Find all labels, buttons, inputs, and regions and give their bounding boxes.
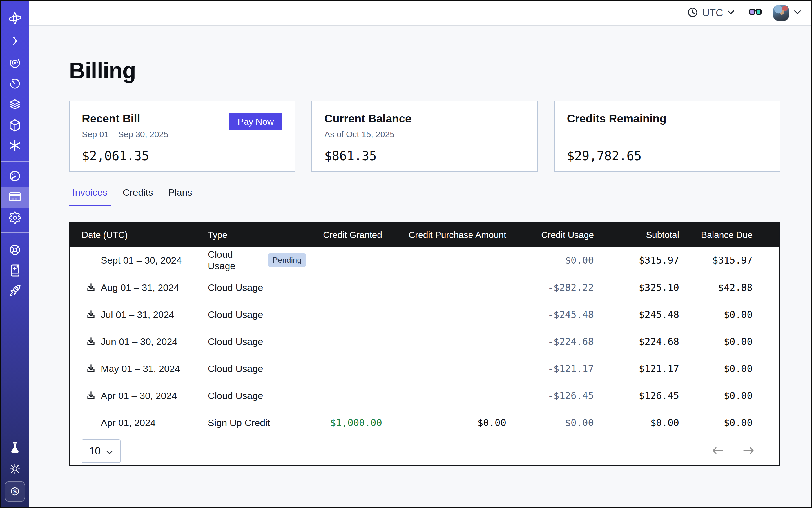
download-placeholder xyxy=(86,417,96,428)
credit-usage-value: -$245.48 xyxy=(506,309,594,321)
invoice-period: May 01 – 31, 2024 xyxy=(101,363,180,375)
download-icon xyxy=(86,309,96,320)
wheel-icon xyxy=(8,243,22,258)
balance-due-value: $42.88 xyxy=(679,282,779,293)
page-size-value: 10 xyxy=(89,445,100,457)
page-size-select[interactable]: 10 xyxy=(82,439,121,463)
invoice-period: Jun 01 – 30, 2024 xyxy=(101,336,177,347)
invoice-row: Aug 01 – 31, 2024Cloud Usage-$282.22$325… xyxy=(70,274,779,301)
invoice-type-cell: Sign Up Credit xyxy=(208,417,306,429)
invoice-period: Apr 01, 2024 xyxy=(101,417,156,429)
main-area: UTC Billing Recent Bill xyxy=(29,1,812,507)
tab-invoices[interactable]: Invoices xyxy=(69,187,111,206)
invoice-row: Jul 01 – 31, 2024Cloud Usage-$245.48$245… xyxy=(70,301,779,328)
sidebar-item-timer[interactable] xyxy=(1,74,29,95)
credits-remaining-card: Credits Remaining $29,782.65 xyxy=(554,100,780,172)
subtotal-value: $0.00 xyxy=(594,417,679,429)
balance-due-value: $315.97 xyxy=(679,255,779,266)
sidebar-item-support[interactable] xyxy=(1,240,29,261)
chevron-down-icon xyxy=(727,10,735,16)
gear-icon xyxy=(8,210,22,226)
invoice-row: Sept 01 – 30, 2024Cloud UsagePending$0.0… xyxy=(70,247,779,274)
layers-icon xyxy=(8,97,22,113)
column-header-date-utc: Date (UTC) xyxy=(70,229,208,240)
pager xyxy=(711,446,755,456)
sidebar-item-labs[interactable] xyxy=(1,438,29,459)
sidebar-item-layers[interactable] xyxy=(1,95,29,116)
column-header-credit-granted: Credit Granted xyxy=(306,229,382,240)
sidebar-item-docs[interactable] xyxy=(1,260,29,281)
download-invoice-button[interactable] xyxy=(86,336,96,347)
current-balance-card: Current Balance As of Oct 15, 2025 $861.… xyxy=(311,100,538,172)
goggles-icon xyxy=(749,7,762,18)
sidebar-divider xyxy=(1,232,29,233)
clock-icon xyxy=(687,7,698,19)
invoice-type-cell: Cloud Usage xyxy=(208,390,306,401)
credit-usage-value: -$121.17 xyxy=(506,363,594,375)
download-icon xyxy=(86,364,96,374)
chevron-down-icon xyxy=(106,445,113,457)
download-invoice-button[interactable] xyxy=(86,363,96,374)
download-invoice-button[interactable] xyxy=(86,309,96,320)
recent-bill-card: Recent Bill Sep 01 – Sep 30, 2025 $2,061… xyxy=(69,100,295,172)
subtotal-value: $315.97 xyxy=(594,255,679,266)
invoice-type-cell: Cloud Usage xyxy=(208,309,306,321)
balance-due-value: $0.00 xyxy=(679,390,779,401)
invoice-period: Aug 01 – 31, 2024 xyxy=(101,282,179,293)
credit-usage-value: -$224.68 xyxy=(506,336,594,347)
balance-due-value: $0.00 xyxy=(679,363,779,375)
credit-usage-value: $0.00 xyxy=(506,255,594,266)
invoice-period: Jul 01 – 31, 2024 xyxy=(101,309,174,321)
download-invoice-button[interactable] xyxy=(86,390,96,401)
card-subtitle: As of Oct 15, 2025 xyxy=(324,130,524,140)
subtotal-value: $245.48 xyxy=(594,309,679,321)
download-icon xyxy=(86,390,96,401)
content: Billing Recent Bill Sep 01 – Sep 30, 202… xyxy=(29,26,812,507)
invoice-period-cell: Apr 01 – 30, 2024 xyxy=(70,390,208,401)
invoice-type-cell: Cloud Usage xyxy=(208,336,306,347)
arrow-left-icon xyxy=(711,446,724,455)
invoice-period: Apr 01 – 30, 2024 xyxy=(101,390,177,401)
tab-credits[interactable]: Credits xyxy=(119,187,157,206)
card-subtitle xyxy=(567,130,767,140)
chevron-down-icon xyxy=(794,10,801,16)
invoice-type-cell: Cloud Usage xyxy=(208,363,306,375)
next-page-button[interactable] xyxy=(742,446,755,456)
sidebar-item-expand[interactable] xyxy=(1,31,29,52)
flask-icon xyxy=(8,441,22,457)
pay-now-button[interactable]: Pay Now xyxy=(229,113,282,130)
invoice-type: Sign Up Credit xyxy=(208,417,270,429)
sidebar-item-theme[interactable] xyxy=(1,459,29,480)
sidebar-item-settings[interactable] xyxy=(1,208,29,229)
summary-cards: Recent Bill Sep 01 – Sep 30, 2025 $2,061… xyxy=(69,100,780,172)
sidebar-item-asterisk[interactable] xyxy=(1,136,29,157)
sidebar-item-iris[interactable] xyxy=(1,53,29,74)
previous-page-button[interactable] xyxy=(711,446,724,456)
timezone-selector[interactable]: UTC xyxy=(687,7,735,19)
invoice-type: Cloud Usage xyxy=(208,336,263,347)
chevron-right-icon xyxy=(8,34,22,49)
invoice-period-cell: Jun 01 – 30, 2024 xyxy=(70,336,208,347)
sidebar-item-credits-button[interactable]: $ xyxy=(1,481,29,502)
sidebar-divider xyxy=(1,161,29,162)
sidebar-item-logo[interactable] xyxy=(1,8,29,29)
download-invoice-button[interactable] xyxy=(86,282,96,293)
goggles-button[interactable] xyxy=(749,7,762,18)
download-icon xyxy=(86,283,96,293)
invoice-type-cell: Cloud UsagePending xyxy=(208,249,306,272)
svg-text:$: $ xyxy=(13,488,17,495)
tab-plans[interactable]: Plans xyxy=(165,187,196,206)
gauge-icon xyxy=(8,169,22,184)
sidebar-item-cube[interactable] xyxy=(1,116,29,136)
sidebar-item-getting-started[interactable] xyxy=(1,281,29,301)
account-menu[interactable] xyxy=(773,5,801,20)
avatar xyxy=(773,5,788,20)
column-header-balance-due: Balance Due xyxy=(679,229,779,240)
invoice-row: May 01 – 31, 2024Cloud Usage-$121.17$121… xyxy=(70,355,779,382)
arrow-right-icon xyxy=(742,446,755,455)
credit-usage-value: $0.00 xyxy=(506,417,594,429)
column-header-credit-purchase-amount: Credit Purchase Amount xyxy=(382,229,506,240)
sidebar-item-billing[interactable] xyxy=(1,187,29,208)
timer-icon xyxy=(8,76,22,92)
sidebar-item-gauge[interactable] xyxy=(1,166,29,187)
